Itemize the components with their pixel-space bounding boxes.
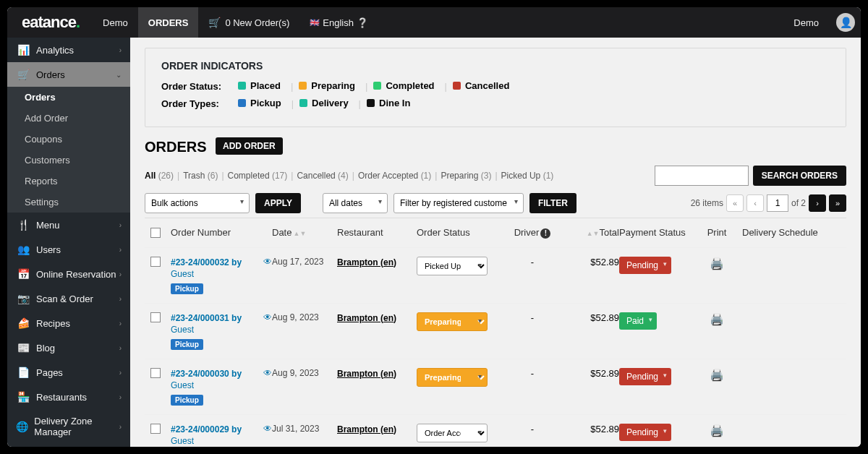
eye-icon[interactable]: 👁 bbox=[263, 424, 272, 434]
sidebar-sub-reports[interactable]: Reports bbox=[7, 171, 130, 192]
chart-icon: 📊 bbox=[16, 44, 30, 56]
page-title: ORDERS bbox=[145, 139, 207, 155]
restaurant-link[interactable]: Brampton (en) bbox=[337, 257, 396, 267]
filter-tab-all[interactable]: All (26) bbox=[145, 171, 174, 181]
info-icon[interactable]: ! bbox=[540, 228, 550, 239]
order-link[interactable]: #23-24/000029 by bbox=[171, 424, 242, 434]
print-icon[interactable]: 🖨️ bbox=[710, 369, 724, 381]
payment-status-button[interactable]: Pending bbox=[619, 424, 671, 441]
top-new-orders[interactable]: 🛒0 New Order(s) bbox=[198, 7, 299, 38]
flag-icon: 🇬🇧 bbox=[310, 18, 320, 27]
cart-icon: 🛒 bbox=[208, 17, 221, 28]
filter-tab-trash[interactable]: Trash (6) bbox=[183, 171, 218, 181]
row-checkbox[interactable] bbox=[150, 424, 161, 434]
row-checkbox[interactable] bbox=[150, 368, 161, 378]
filter-tab-order-accepted[interactable]: Order Accepted (1) bbox=[358, 171, 431, 181]
table-row: #23-24/000029 byGuestPickup👁Jul 31, 2023… bbox=[145, 415, 846, 447]
sidebar-item-blog[interactable]: 📰Blog› bbox=[7, 335, 130, 360]
dates-select[interactable]: All dates bbox=[323, 193, 388, 213]
top-user[interactable]: Demo bbox=[783, 7, 829, 38]
sidebar-item-restaurants[interactable]: 🏪Restaurants› bbox=[7, 385, 130, 409]
page-input[interactable] bbox=[767, 194, 788, 212]
eye-icon[interactable]: 👁 bbox=[263, 312, 272, 322]
status-select[interactable]: Preparing bbox=[417, 368, 488, 387]
sidebar-item-delivery-zone-manager[interactable]: 🌐Delivery Zone Manager› bbox=[7, 409, 130, 444]
filter-tab-cancelled[interactable]: Cancelled (4) bbox=[297, 171, 348, 181]
payment-status-button[interactable]: Pending bbox=[619, 368, 671, 385]
table-header: Order Number Date▲▼ Restaurant Order Sta… bbox=[145, 218, 846, 248]
page-prev[interactable]: ‹ bbox=[746, 194, 764, 212]
row-checkbox[interactable] bbox=[150, 312, 161, 322]
sidebar-item-recipes[interactable]: 🍰Recipes› bbox=[7, 311, 130, 335]
row-checkbox[interactable] bbox=[150, 257, 161, 267]
add-order-button[interactable]: ADD ORDER bbox=[216, 137, 283, 155]
filter-tab-completed[interactable]: Completed (17) bbox=[228, 171, 288, 181]
apply-button[interactable]: APPLY bbox=[255, 193, 301, 213]
filter-button[interactable]: FILTER bbox=[529, 193, 576, 213]
sidebar-item-menu[interactable]: 🍴Menu› bbox=[7, 213, 130, 237]
sidebar-sub-customers[interactable]: Customers bbox=[7, 150, 130, 171]
top-language[interactable]: 🇬🇧English ❔ bbox=[299, 7, 378, 38]
order-link[interactable]: #23-24/000032 by bbox=[171, 257, 242, 267]
table-row: #23-24/000030 byGuestPickup👁Aug 9, 2023B… bbox=[145, 359, 846, 415]
sidebar-item-pages[interactable]: 📄Pages› bbox=[7, 360, 130, 385]
avatar[interactable]: 👤 bbox=[836, 13, 855, 32]
sidebar-analytics[interactable]: 📊Analytics› bbox=[7, 38, 130, 62]
indicators-title: ORDER INDICATORS bbox=[161, 60, 830, 72]
top-demo[interactable]: Demo bbox=[93, 7, 138, 38]
restaurant-link[interactable]: Brampton (en) bbox=[337, 313, 396, 323]
status-select[interactable]: Preparing bbox=[417, 312, 488, 331]
status-select[interactable]: Picked Up bbox=[417, 257, 488, 275]
order-indicators: ORDER INDICATORS Order Status:Placed|Pre… bbox=[145, 48, 846, 127]
table-row: #23-24/000031 byGuestPickup👁Aug 9, 2023B… bbox=[145, 304, 846, 359]
select-all-checkbox[interactable] bbox=[150, 228, 161, 238]
sidebar-sub-settings[interactable]: Settings bbox=[7, 192, 130, 213]
sidebar-item-users[interactable]: 👥Users› bbox=[7, 237, 130, 262]
sidebar-sub-add-order[interactable]: Add Order bbox=[7, 108, 130, 129]
sort-icon: ▲▼ bbox=[587, 230, 600, 237]
search-orders-button[interactable]: SEARCH ORDERS bbox=[753, 166, 846, 186]
sidebar-item-online-reservation[interactable]: 📅Online Reservation› bbox=[7, 262, 130, 286]
page-next[interactable]: › bbox=[809, 194, 826, 212]
restaurant-link[interactable]: Brampton (en) bbox=[337, 369, 396, 379]
page-last[interactable]: » bbox=[829, 194, 846, 212]
restaurant-link[interactable]: Brampton (en) bbox=[337, 424, 396, 434]
guest-link[interactable]: Guest bbox=[171, 269, 242, 279]
order-link[interactable]: #23-24/000030 by bbox=[171, 369, 242, 379]
sidebar-item-scan-&-order[interactable]: 📷Scan & Order› bbox=[7, 286, 130, 311]
guest-link[interactable]: Guest bbox=[171, 380, 242, 390]
sort-icon: ▲▼ bbox=[293, 230, 306, 237]
customer-filter-select[interactable]: Filter by registered customer bbox=[393, 193, 524, 213]
eye-icon[interactable]: 👁 bbox=[263, 257, 272, 267]
order-link[interactable]: #23-24/000031 by bbox=[171, 313, 242, 323]
status-select[interactable]: Order Accepted bbox=[417, 424, 488, 442]
print-icon[interactable]: 🖨️ bbox=[710, 313, 724, 325]
sidebar-item-media[interactable]: 🖼️Media› bbox=[7, 444, 130, 447]
page-first[interactable]: « bbox=[726, 194, 744, 212]
cart-icon: 🛒 bbox=[16, 69, 30, 80]
filter-tab-preparing[interactable]: Preparing (3) bbox=[441, 171, 491, 181]
bulk-actions-select[interactable]: Bulk actions bbox=[145, 193, 250, 213]
print-icon[interactable]: 🖨️ bbox=[710, 257, 724, 270]
payment-status-button[interactable]: Pending bbox=[619, 257, 671, 274]
sidebar-orders[interactable]: 🛒Orders⌄ bbox=[7, 62, 130, 87]
eye-icon[interactable]: 👁 bbox=[263, 368, 272, 378]
top-orders[interactable]: ORDERS bbox=[138, 7, 199, 38]
table-row: #23-24/000032 byGuestPickup👁Aug 17, 2023… bbox=[145, 248, 846, 304]
search-input[interactable] bbox=[655, 166, 749, 186]
sidebar-sub-orders[interactable]: Orders bbox=[7, 87, 130, 108]
print-icon[interactable]: 🖨️ bbox=[710, 424, 724, 437]
sidebar-sub-coupons[interactable]: Coupons bbox=[7, 129, 130, 150]
logo[interactable]: eatance. bbox=[13, 13, 93, 32]
guest-link[interactable]: Guest bbox=[171, 325, 242, 335]
guest-link[interactable]: Guest bbox=[171, 436, 242, 446]
items-count: 26 items bbox=[691, 198, 723, 208]
sidebar: 📊Analytics› 🛒Orders⌄ OrdersAdd OrderCoup… bbox=[7, 38, 130, 447]
payment-status-button[interactable]: Paid bbox=[619, 312, 657, 330]
filter-tabs: All (26)|Trash (6)|Completed (17)|Cancel… bbox=[145, 171, 553, 181]
filter-tab-picked-up[interactable]: Picked Up (1) bbox=[501, 171, 554, 181]
